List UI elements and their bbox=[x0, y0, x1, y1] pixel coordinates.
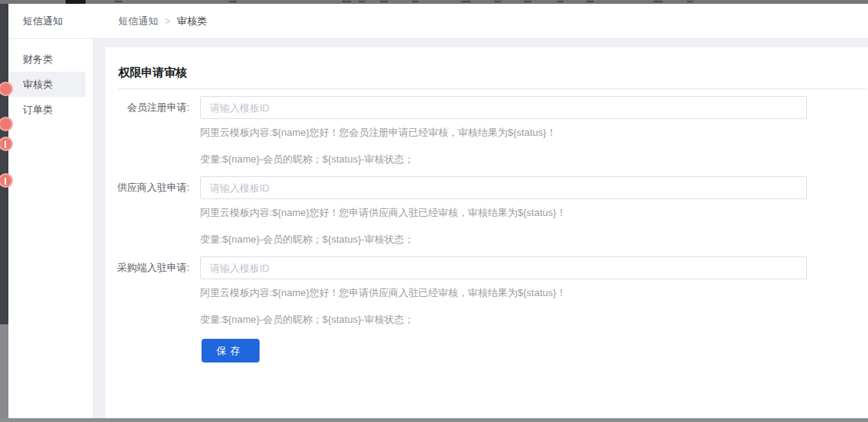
window-top-dash bbox=[524, 1, 531, 2]
sidebar-item-review[interactable]: 审核类 bbox=[8, 72, 86, 97]
annotation-dot-mark bbox=[5, 141, 6, 148]
window-top-dash bbox=[359, 1, 365, 2]
screen: 短信通知 短信通知>审核类 财务类 审核类 订单类 权限申请审核 bbox=[0, 0, 868, 422]
breadcrumb-separator-icon: > bbox=[165, 16, 170, 27]
variables-desc: 变量:${name}-会员的昵称；${status}-审核状态； bbox=[200, 313, 414, 327]
variables-desc: 变量:${name}-会员的昵称；${status}-审核状态； bbox=[200, 153, 414, 166]
template-id-input-member-register[interactable] bbox=[200, 96, 807, 119]
sidebar-item-order[interactable]: 订单类 bbox=[8, 97, 86, 122]
left-edge-strip bbox=[0, 4, 8, 418]
window-top-dash bbox=[342, 1, 351, 2]
sidebar-item-finance[interactable]: 财务类 bbox=[8, 47, 86, 72]
title-divider bbox=[118, 89, 866, 89]
window-top-dash bbox=[586, 1, 594, 2]
content-card: 权限申请审核 会员注册申请: 阿里云模板内容:${name}您好！您会员注册申请… bbox=[105, 47, 868, 418]
field-label-member-register: 会员注册申请: bbox=[105, 96, 189, 119]
window-top-dash bbox=[557, 1, 563, 2]
app-window: 短信通知 短信通知>审核类 财务类 审核类 订单类 权限申请审核 bbox=[8, 4, 868, 418]
window-top-dash bbox=[495, 1, 501, 2]
field-label-supplier-entry: 供应商入驻申请: bbox=[105, 176, 189, 199]
template-id-input-supplier-entry[interactable] bbox=[200, 176, 807, 199]
window-top-segment bbox=[66, 0, 86, 4]
template-id-input-purchaser-entry[interactable] bbox=[200, 256, 807, 279]
save-button[interactable]: 保存 bbox=[202, 339, 260, 362]
page-title: 权限申请审核 bbox=[118, 66, 187, 80]
breadcrumb-item-root[interactable]: 短信通知 bbox=[118, 15, 158, 27]
window-bottom-edge bbox=[0, 418, 868, 422]
variables-desc: 变量:${name}-会员的昵称；${status}-审核状态； bbox=[200, 233, 414, 246]
field-label-purchaser-entry: 采购端入驻申请: bbox=[105, 256, 189, 279]
window-top-dash bbox=[461, 1, 470, 2]
left-edge-strip-lower bbox=[0, 324, 8, 418]
window-top-dash bbox=[229, 1, 237, 2]
sidebar-title: 短信通知 bbox=[23, 4, 63, 38]
sidebar: 财务类 审核类 订单类 bbox=[8, 39, 94, 418]
template-desc: 阿里云模板内容:${name}您好！您申请供应商入驻已经审核，审核结果为${st… bbox=[200, 206, 566, 220]
annotation-dot-mark bbox=[5, 178, 6, 185]
window-top-edge bbox=[0, 0, 868, 4]
window-top-dash bbox=[653, 1, 663, 2]
template-desc: 阿里云模板内容:${name}您好！您会员注册申请已经审核，审核结果为${sta… bbox=[200, 126, 557, 140]
header-band: 短信通知 短信通知>审核类 bbox=[8, 4, 868, 39]
body-area: 财务类 审核类 订单类 权限申请审核 会员注册申请: 阿里云模板内容:${nam… bbox=[8, 39, 868, 418]
sidebar-menu: 财务类 审核类 订单类 bbox=[8, 47, 93, 122]
main-area: 权限申请审核 会员注册申请: 阿里云模板内容:${name}您好！您会员注册申请… bbox=[94, 39, 868, 418]
window-top-dash bbox=[115, 1, 122, 2]
window-top-dash bbox=[412, 1, 418, 2]
window-top-dash bbox=[687, 1, 693, 2]
breadcrumb: 短信通知>审核类 bbox=[118, 4, 207, 39]
template-desc: 阿里云模板内容:${name}您好！您申请供应商入驻已经审核，审核结果为${st… bbox=[200, 286, 566, 300]
breadcrumb-item-current: 审核类 bbox=[177, 15, 207, 27]
window-top-dash bbox=[380, 1, 388, 2]
